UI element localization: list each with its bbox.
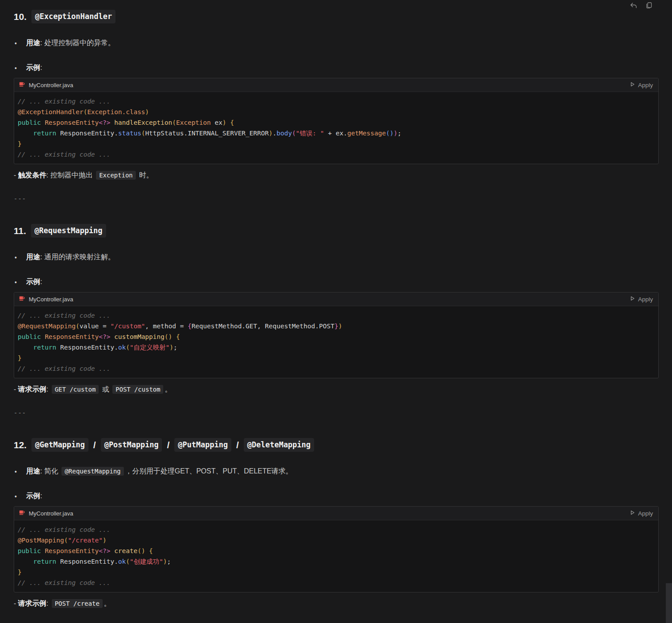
code-token: public	[18, 119, 41, 126]
code-token: () {	[165, 333, 180, 340]
code-block: MyController.javaApply// ... existing co…	[14, 78, 659, 164]
text-run: :	[40, 492, 42, 500]
sections-container: 10.@ExceptionHandler•用途: 处理控制器中的异常。•示例:M…	[14, 10, 659, 623]
code-filename: MyController.java	[29, 82, 73, 88]
code-token: + ex.	[324, 130, 347, 137]
code-token: <?>	[99, 547, 110, 554]
code-token: )	[169, 344, 173, 351]
file-info: MyController.java	[19, 295, 73, 303]
annotation-code-chip: @DeleteMapping	[244, 438, 314, 452]
bullet-item: •用途: 简化 @RequestMapping，分别用于处理GET、POST、P…	[14, 466, 659, 477]
code-token: ) {	[223, 119, 234, 126]
code-line: // ... existing code ...	[18, 363, 655, 374]
bullet-item: •示例:	[14, 491, 659, 501]
note-label: 请求示例	[18, 600, 46, 607]
code-token: ;	[397, 130, 401, 137]
scrollbar-thumb[interactable]	[666, 583, 672, 623]
file-info: MyController.java	[19, 509, 73, 517]
code-token: return	[33, 558, 56, 565]
code-token: return	[33, 344, 56, 351]
apply-label: Apply	[638, 296, 653, 303]
copy-icon[interactable]	[645, 2, 653, 9]
annotation-code-chip: @GetMapping	[31, 438, 88, 452]
code-token: (	[64, 537, 68, 544]
code-line: }	[18, 353, 655, 363]
note-label: 触发条件	[18, 171, 46, 179]
code-token: .	[273, 130, 276, 137]
code-line: // ... existing code ...	[18, 149, 655, 160]
java-file-icon	[19, 295, 25, 303]
undo-icon[interactable]	[630, 2, 637, 9]
bullet-item: •用途: 处理控制器中的异常。	[14, 38, 659, 48]
play-icon	[630, 296, 635, 303]
code-content: // ... existing code ...@ExceptionHandle…	[14, 92, 658, 164]
code-token	[111, 119, 115, 126]
code-block-header: MyController.javaApply	[14, 507, 658, 520]
code-token: ex	[211, 119, 223, 126]
apply-button[interactable]: Apply	[629, 510, 654, 517]
code-line: return ResponseEntity.ok("创建成功");	[18, 556, 655, 567]
apply-label: Apply	[638, 510, 653, 517]
bullet-text: 用途: 处理控制器中的异常。	[26, 38, 115, 48]
annotation-section: 12.@GetMapping / @PostMapping / @PutMapp…	[14, 438, 659, 623]
bullet-text: 示例:	[26, 491, 42, 501]
section-number: 10.	[14, 11, 27, 22]
code-token: {	[188, 323, 192, 330]
code-token: )	[338, 323, 342, 330]
text-run: 或	[100, 385, 111, 393]
inline-code: POST /custom	[112, 385, 163, 394]
text-run: :	[46, 385, 50, 393]
code-token: }	[18, 140, 22, 147]
code-token: ResponseEntity.	[56, 558, 118, 565]
code-token: (	[126, 344, 130, 351]
apply-button[interactable]: Apply	[629, 296, 654, 303]
code-token: status	[118, 130, 141, 137]
code-token: ok	[118, 558, 126, 565]
code-token: }	[334, 323, 338, 330]
code-block-header: MyController.javaApply	[14, 78, 658, 92]
code-token: , method =	[145, 323, 188, 330]
inline-code: @RequestMapping	[61, 467, 123, 476]
code-token: customMapping	[114, 333, 165, 340]
text-run: 时。	[137, 171, 153, 179]
bullet-marker: •	[15, 491, 26, 501]
code-token	[41, 119, 45, 126]
code-line: return ResponseEntity.status(HttpStatus.…	[18, 128, 655, 138]
code-token	[18, 130, 33, 137]
code-token: ;	[173, 344, 177, 351]
code-filename: MyController.java	[29, 296, 73, 303]
code-token: // ... existing code ...	[18, 312, 111, 319]
text-run: : 简化	[40, 467, 60, 475]
code-token: ResponseEntity.	[56, 130, 118, 137]
annotation-code-chip: @RequestMapping	[31, 224, 106, 238]
play-icon	[630, 510, 635, 517]
title-separator: /	[236, 439, 239, 450]
apply-button[interactable]: Apply	[629, 81, 654, 88]
code-line: return ResponseEntity.ok("自定义映射");	[18, 342, 655, 353]
code-token: () {	[138, 547, 153, 554]
chat-response-page: 10.@ExceptionHandler•用途: 处理控制器中的异常。•示例:M…	[0, 0, 672, 623]
code-line: // ... existing code ...	[18, 96, 655, 107]
code-token: }	[18, 354, 22, 361]
code-line: public ResponseEntity<?> create() {	[18, 546, 655, 556]
note-line: - 请求示例: POST /create。	[14, 599, 659, 608]
code-token: <?>	[99, 119, 110, 126]
code-line: @RequestMapping(value = "/custom", metho…	[18, 321, 655, 331]
code-token: // ... existing code ...	[18, 526, 111, 533]
code-token: (	[172, 119, 176, 126]
java-file-icon	[19, 81, 25, 89]
code-line: // ... existing code ...	[18, 524, 655, 535]
bullet-text: 用途: 通用的请求映射注解。	[26, 252, 115, 262]
code-content: // ... existing code ...@RequestMapping(…	[14, 306, 658, 378]
annotation-section: 10.@ExceptionHandler•用途: 处理控制器中的异常。•示例:M…	[14, 10, 659, 202]
inline-code: GET /custom	[52, 385, 99, 394]
text-run: : 控制器中抛出	[46, 171, 95, 179]
code-token: "错误: "	[296, 130, 324, 137]
section-title: 11.@RequestMapping	[14, 224, 659, 238]
code-token: HttpStatus.INTERNAL_SERVER_ERROR	[145, 130, 269, 137]
section-number: 12.	[14, 439, 27, 450]
annotation-code-chip: @PutMapping	[174, 438, 231, 452]
message-actions	[630, 2, 653, 9]
code-token: public	[18, 547, 41, 554]
code-token: "/custom"	[111, 323, 146, 330]
